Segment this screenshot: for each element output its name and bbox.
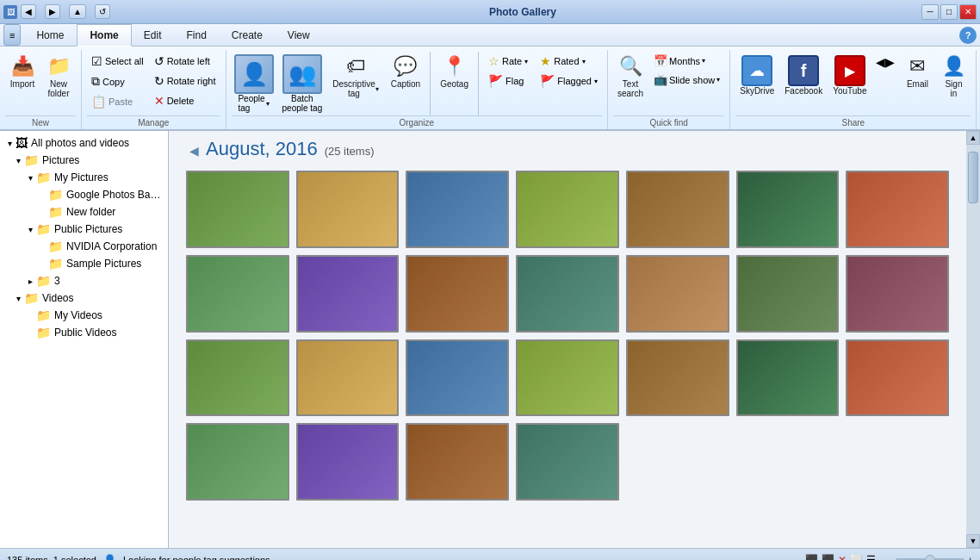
descriptive-tag-icon: 🏷 <box>346 55 365 78</box>
rate-button[interactable]: ☆ Rate ▾ <box>484 52 532 71</box>
rate-flag-col: ☆ Rate ▾ 🚩 Flag <box>484 52 532 90</box>
photo-thumb[interactable] <box>406 339 509 417</box>
import-button[interactable]: 📥 Import <box>5 52 40 92</box>
select-all-button[interactable]: ☑ Select all <box>87 52 148 71</box>
photo-thumb[interactable] <box>736 171 840 248</box>
back-button[interactable]: ◀ <box>21 4 36 19</box>
photo-thumb[interactable] <box>736 255 840 333</box>
photo-thumb[interactable] <box>296 339 400 417</box>
status-btn5[interactable]: ☰ <box>866 554 876 561</box>
photo-thumb[interactable] <box>626 255 729 333</box>
sidebar-item-videos[interactable]: ▾ 📁 Videos <box>0 289 168 307</box>
vertical-scrollbar[interactable]: ▲ ▼ <box>966 131 980 548</box>
gallery-collapse-arrow[interactable]: ◀ <box>189 144 199 158</box>
batch-people-tag-button[interactable]: 👥 Batchpeople tag <box>280 52 326 115</box>
photo-thumb[interactable] <box>186 339 289 417</box>
maximize-button[interactable]: □ <box>940 4 958 20</box>
photo-thumb[interactable] <box>846 339 949 417</box>
caption-button[interactable]: 💬 Caption <box>387 52 425 92</box>
menu-tab-active[interactable]: Home <box>77 24 131 47</box>
zoom-plus-icon[interactable]: + <box>968 555 973 561</box>
forward-button[interactable]: ▶ <box>45 4 60 19</box>
photo-thumb[interactable] <box>516 423 619 501</box>
rotate-left-button[interactable]: ↺ Rotate left <box>150 52 220 71</box>
paste-button[interactable]: 📋 Paste <box>87 92 148 111</box>
email-button[interactable]: ✉ Email <box>900 52 934 92</box>
photo-thumb[interactable] <box>186 171 289 248</box>
text-search-button[interactable]: 🔍 Textsearch <box>613 52 648 102</box>
sidebar-item-google-photos[interactable]: 📁 Google Photos Backu <box>0 186 168 203</box>
photo-thumb[interactable] <box>186 423 289 501</box>
scroll-thumb[interactable] <box>968 152 978 203</box>
help-button[interactable]: ? <box>959 27 977 44</box>
sidebar-item-folder3[interactable]: ▸ 📁 3 <box>0 272 168 289</box>
scroll-up-button[interactable]: ▲ <box>966 131 980 145</box>
photo-thumb[interactable] <box>296 255 400 333</box>
flagged-button[interactable]: 🚩 Flagged ▾ <box>536 72 602 90</box>
menu-tab-view[interactable]: View <box>276 24 323 46</box>
photo-thumb[interactable] <box>626 339 729 417</box>
photo-thumb[interactable] <box>846 255 949 333</box>
copy-icon: ⧉ <box>91 74 100 89</box>
geotag-button[interactable]: 📍 Geotag <box>436 52 473 92</box>
sidebar-item-new-folder[interactable]: 📁 New folder <box>0 203 168 221</box>
app-menu-button[interactable]: ≡ <box>3 24 21 46</box>
sign-in-button[interactable]: 👤 Signin <box>936 52 971 102</box>
photo-thumb[interactable] <box>406 171 509 248</box>
photo-thumb[interactable] <box>296 423 400 501</box>
status-btn1[interactable]: ⬛ <box>805 554 818 561</box>
sidebar-item-sample-pictures[interactable]: 📁 Sample Pictures <box>0 255 168 272</box>
more-share-button[interactable]: ◀▶ <box>872 52 898 72</box>
zoom-thumb[interactable] <box>925 555 935 561</box>
scroll-track[interactable] <box>966 145 980 534</box>
photo-thumb[interactable] <box>846 171 949 248</box>
new-folder-button[interactable]: 📁 New folder <box>41 52 76 102</box>
facebook-button[interactable]: f Facebook <box>780 52 827 99</box>
status-btn4[interactable]: ⬜ <box>850 554 863 561</box>
descriptive-tag-label-row: Descriptivetag ▾ <box>332 79 378 98</box>
photo-thumb[interactable] <box>736 339 840 417</box>
photo-thumb[interactable] <box>626 171 729 248</box>
menu-tab-edit[interactable]: Edit <box>132 24 175 46</box>
photo-thumb[interactable] <box>516 339 619 417</box>
rotate-left-icon: ↺ <box>154 54 164 68</box>
rated-button[interactable]: ★ Rated ▾ <box>536 52 602 71</box>
menu-tab-find[interactable]: Find <box>174 24 219 46</box>
sidebar-item-public-videos[interactable]: 📁 Public Videos <box>0 324 168 341</box>
descriptive-tag-button[interactable]: 🏷 Descriptivetag ▾ <box>328 52 382 102</box>
copy-button[interactable]: ⧉ Copy <box>87 72 148 91</box>
flag-button[interactable]: 🚩 Flag <box>484 72 532 90</box>
months-button[interactable]: 📅 Months ▾ <box>649 52 724 70</box>
up-button[interactable]: ▲ <box>69 4 86 19</box>
people-tag-button[interactable]: 👤 Peopletag ▾ <box>232 52 276 115</box>
photo-thumb[interactable] <box>406 423 509 501</box>
photo-thumb[interactable] <box>516 255 619 333</box>
pictures-label: Pictures <box>42 154 164 166</box>
photo-thumb[interactable] <box>516 171 619 248</box>
menu-tab-home[interactable]: Home <box>24 24 77 46</box>
scroll-down-button[interactable]: ▼ <box>966 534 980 548</box>
delete-button[interactable]: ✕ Delete <box>150 91 220 110</box>
sidebar-item-my-videos[interactable]: 📁 My Videos <box>0 307 168 324</box>
skydrive-icon: ☁ <box>741 55 772 86</box>
zoom-minus-icon[interactable]: − <box>886 555 891 561</box>
main-area: ▾ 🖼 All photos and videos ▾ 📁 Pictures ▾… <box>0 131 980 548</box>
sidebar-item-pictures[interactable]: ▾ 📁 Pictures <box>0 152 168 169</box>
photo-thumb[interactable] <box>406 255 509 333</box>
close-button[interactable]: ✕ <box>959 4 977 20</box>
photo-thumb[interactable] <box>296 171 400 248</box>
minimize-button[interactable]: ─ <box>921 4 939 20</box>
youtube-button[interactable]: ▶ YouTube <box>828 52 871 99</box>
status-btn3[interactable]: ✕ <box>838 554 847 561</box>
slide-show-button[interactable]: 📺 Slide show ▾ <box>649 71 724 89</box>
menu-tab-create[interactable]: Create <box>220 24 276 46</box>
sidebar-item-nvidia[interactable]: 📁 NVIDIA Corporation <box>0 238 168 255</box>
refresh-button[interactable]: ↺ <box>95 4 110 19</box>
sidebar-item-my-pictures[interactable]: ▾ 📁 My Pictures <box>0 169 168 186</box>
sidebar-item-public-pictures[interactable]: ▾ 📁 Public Pictures <box>0 221 168 238</box>
photo-thumb[interactable] <box>186 255 289 333</box>
rotate-right-button[interactable]: ↻ Rotate right <box>150 72 220 90</box>
skydrive-button[interactable]: ☁ SkyDrive <box>735 52 778 99</box>
status-btn2[interactable]: ⬛ <box>822 554 834 561</box>
sidebar-item-all-photos[interactable]: ▾ 🖼 All photos and videos <box>0 134 168 152</box>
